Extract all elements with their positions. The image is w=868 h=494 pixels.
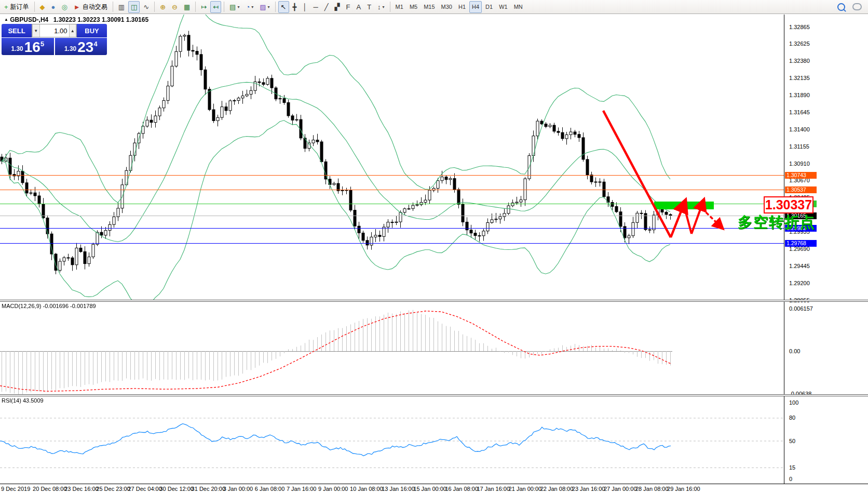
buy-button[interactable]: BUY (77, 24, 107, 37)
volume-increase-button[interactable]: ▲ (69, 24, 77, 37)
mt4-terminal: { "toolbar": { "items": [ {"n":"new-orde… (0, 0, 868, 494)
time-tick-label: 28 Jan 08:00 (635, 486, 669, 492)
price-tick-label: 1.30910 (789, 161, 810, 167)
time-tick-label: 27 Dec 04:00 (128, 486, 161, 492)
trendline-tool[interactable]: ╱ (322, 1, 331, 13)
search-icon[interactable] (837, 3, 845, 11)
macd-tick-label: 0.006157 (789, 305, 813, 312)
tf-mn[interactable]: MN (511, 1, 525, 13)
time-axis[interactable]: 9 Dec 201920 Dec 08:0023 Dec 16:0025 Dec… (0, 485, 868, 494)
bid-prefix: 1.30 (11, 45, 23, 52)
channel-tool[interactable]: ▞ (332, 1, 343, 13)
pane-separator[interactable] (0, 300, 868, 302)
sell-button[interactable]: SELL (2, 24, 32, 37)
tile-windows-icon-glyph: ▦ (184, 4, 190, 10)
new-chart-button-glyph: ▤ (229, 4, 236, 10)
tf-h4[interactable]: H4 (469, 1, 482, 13)
bid-sup: 5 (40, 40, 44, 48)
new-chart-button[interactable]: ▤▾ (227, 1, 242, 13)
crosshair-tool[interactable]: ╋ (290, 1, 300, 13)
tf-m1-label: M1 (396, 4, 403, 10)
time-tick-label: 25 Dec 23:00 (96, 486, 130, 492)
styles-icon-glyph: ◆ (40, 4, 45, 10)
bar-chart-icon[interactable]: ▥ (116, 1, 127, 13)
zoom-in-icon[interactable]: ⊕ (157, 1, 168, 13)
rsi-axis: 1008050150 (784, 396, 868, 483)
cursor-tool[interactable]: ↖ (278, 1, 289, 13)
ask-price[interactable]: 1.30 23 4 (55, 38, 107, 55)
tf-m30[interactable]: M30 (439, 1, 455, 13)
chart-shift-icon[interactable]: ↤ (210, 1, 221, 13)
tf-w1[interactable]: W1 (496, 1, 510, 13)
toolbar-separator (34, 2, 35, 12)
horizontal-line-tool-glyph: ─ (313, 4, 318, 10)
horizontal-line-tool[interactable]: ─ (310, 1, 320, 13)
label-tool[interactable]: T (364, 1, 374, 13)
styles-icon[interactable]: ◆ (37, 1, 48, 13)
periods-button[interactable]: ◔▾ (243, 1, 256, 13)
tf-h1[interactable]: H1 (456, 1, 468, 13)
tf-m1[interactable]: M1 (393, 1, 406, 13)
chart-ohlc: 1.30223 1.30223 1.30091 1.30165 (53, 16, 149, 23)
macd-tick-label: 0.00 (789, 348, 800, 354)
tf-w1-label: W1 (499, 4, 508, 10)
price-axis[interactable]: 1.307431.305371.303371.301651.299821.297… (784, 15, 868, 301)
bid-main: 16 (24, 41, 40, 54)
time-tick-label: 9 Dec 2019 (1, 486, 30, 492)
time-tick-label: 22 Jan 08:00 (540, 486, 574, 492)
arrows-tool[interactable]: ↕▾ (375, 1, 387, 13)
new-order-button-glyph: + (4, 4, 8, 10)
price-tick-label: 1.31400 (789, 126, 810, 132)
volume-decrease-button[interactable]: ▼ (32, 24, 40, 37)
toolbar-separator (195, 2, 196, 12)
auto-scroll-icon[interactable]: ↦ (198, 1, 209, 13)
tf-h4-label: H4 (472, 4, 479, 10)
price-tick-label: 1.32135 (789, 75, 810, 81)
bar-chart-icon-glyph: ▥ (118, 4, 125, 10)
rsi-canvas[interactable] (0, 396, 784, 483)
candlestick-chart-icon[interactable]: ◫ (128, 1, 140, 13)
text-tool-glyph: A (356, 4, 361, 10)
chart-shift-icon-glyph: ↤ (213, 4, 219, 10)
chat-icon[interactable] (852, 3, 862, 10)
time-tick-label: 9 Jan 00:00 (318, 486, 348, 492)
text-tool[interactable]: A (354, 1, 363, 13)
tf-d1[interactable]: D1 (483, 1, 495, 13)
ask-sup: 4 (93, 40, 97, 48)
zoom-out-icon[interactable]: ⊖ (169, 1, 180, 13)
pane-separator[interactable] (0, 394, 868, 396)
signals-icon[interactable]: ◎ (59, 1, 70, 13)
line-chart-icon[interactable]: ∿ (141, 1, 152, 13)
rsi-indicator-pane[interactable]: RSI(14) 43.5009 (0, 396, 784, 483)
signals-icon-glyph: ◎ (61, 4, 67, 10)
toolbar-separator (224, 2, 224, 12)
bid-price[interactable]: 1.30 16 5 (2, 38, 54, 55)
macd-indicator-pane[interactable]: MACD(12,26,9) -0.001696 -0.001789 (0, 302, 784, 394)
new-order-button-label: 新订单 (10, 3, 29, 11)
autotrading-button-glyph: ► (74, 4, 80, 10)
autotrading-button[interactable]: ►自动交易 (71, 1, 110, 13)
time-tick-label: 20 Dec 08:00 (33, 486, 66, 492)
zoom-out-icon-glyph: ⊖ (172, 4, 178, 10)
price-chart-pane[interactable]: ▲ GBPUSD-,H4 1.30223 1.30223 1.30091 1.3… (0, 15, 784, 301)
macd-canvas[interactable] (0, 302, 784, 394)
tile-windows-icon[interactable]: ▦ (181, 1, 193, 13)
tf-m15[interactable]: M15 (421, 1, 437, 13)
tf-m5[interactable]: M5 (407, 1, 420, 13)
new-order-button[interactable]: +新订单 (2, 1, 32, 13)
macd-label: MACD(12,26,9) -0.001696 -0.001789 (2, 303, 96, 309)
time-tick-label: 27 Jan 00:00 (604, 486, 637, 492)
ask-main: 23 (77, 41, 93, 54)
chart-title: ▲ GBPUSD-,H4 1.30223 1.30223 1.30091 1.3… (4, 16, 148, 23)
fibonacci-tool[interactable]: F (344, 1, 353, 13)
tf-m30-label: M30 (441, 4, 452, 10)
price-tick-label: 1.29445 (789, 263, 810, 269)
time-tick-label: 13 Jan 16:00 (382, 486, 415, 492)
vertical-line-tool-glyph: │ (303, 4, 307, 10)
vertical-line-tool[interactable]: │ (300, 1, 309, 13)
price-level-badge: 1.29768 (785, 240, 817, 247)
volume-input[interactable] (40, 24, 69, 37)
time-tick-label: 16 Jan 08:00 (445, 486, 478, 492)
templates-button[interactable]: ▨▾ (257, 1, 272, 13)
profile-icon[interactable]: ● (49, 1, 58, 13)
